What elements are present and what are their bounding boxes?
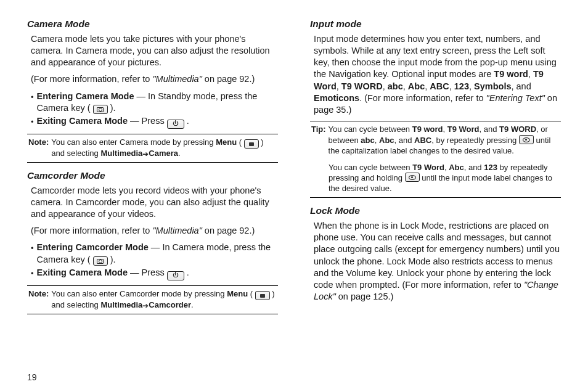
path-part: Camera — [149, 149, 178, 158]
mode: T9 word — [412, 125, 443, 134]
two-column-layout: Camera Mode Camera mode lets you take pi… — [27, 18, 561, 370]
text: , — [449, 81, 454, 91]
bullet-text: Entering Camera Mode — In Standby mode, … — [37, 91, 278, 115]
bullet-label: Entering Camcorder Mode — [37, 242, 149, 252]
menu-word: Menu — [227, 289, 248, 298]
crossref-title: "Multimedia" — [152, 226, 202, 235]
camera-mode-bullets: • Entering Camera Mode — In Standby mode… — [31, 91, 278, 129]
bullet-text: Exiting Camera Mode — Press ⏻ . — [37, 115, 278, 128]
mode: T9 Word — [447, 125, 480, 134]
heading-camera-mode: Camera Mode — [27, 18, 278, 30]
mode: Abc — [449, 163, 464, 172]
text: You can cycle between — [329, 163, 412, 172]
nav-key-icon — [405, 173, 420, 182]
menu-key-icon — [255, 291, 270, 300]
tip-body: You can cycle between T9 word, T9 Word, … — [329, 125, 560, 157]
crossref-title: "Multimedia" — [152, 74, 202, 84]
right-column: Input mode Input mode determines how you… — [310, 18, 561, 370]
bullet-icon: • — [31, 267, 34, 279]
list-item: • Exiting Camera Mode — Press ⏻ . — [31, 115, 278, 128]
list-item: • Entering Camera Mode — In Standby mode… — [31, 91, 278, 115]
bullet-label: Entering Camera Mode — [37, 91, 134, 101]
path-part: Camcorder — [149, 300, 191, 309]
bullet-icon: • — [31, 242, 34, 253]
tip-row: Tip: You can cycle between T9 word, T9 W… — [311, 125, 560, 157]
camera-mode-paragraph: Camera mode lets you take pictures with … — [31, 33, 278, 68]
mode: ABC — [414, 136, 431, 145]
tip-label: Tip: — [311, 125, 326, 157]
text: , — [443, 125, 447, 134]
arrow-icon: ➔ — [142, 301, 149, 311]
bullet-text: Entering Camcorder Mode — In Camera mode… — [37, 242, 278, 266]
text: — Press — [128, 267, 167, 277]
camcorder-mode-paragraph: Camcorder mode lets you record videos wi… — [31, 185, 278, 220]
text: on page 92.) — [202, 226, 255, 235]
menu-key-icon — [244, 139, 259, 149]
text: — Press — [128, 116, 167, 126]
text: ( — [237, 137, 244, 147]
note-body: You can also enter Camcorder mode by pre… — [51, 289, 277, 311]
text: ). — [108, 255, 116, 264]
mode: Abc — [379, 136, 394, 145]
text: , — [469, 81, 474, 91]
mode: ABC — [430, 81, 449, 91]
nav-key-icon — [519, 135, 534, 144]
bullet-label: Exiting Camera Mode — [37, 116, 128, 126]
text: . — [184, 116, 189, 126]
mode: Abc — [408, 81, 425, 91]
text: , and — [394, 136, 415, 145]
end-key-icon: ⏻ — [167, 120, 184, 129]
note-row: Note: You can also enter Camera mode by … — [28, 137, 277, 159]
text: on page 125.) — [336, 292, 394, 301]
heading-lock-mode: Lock Mode — [310, 205, 561, 216]
menu-word: Menu — [216, 137, 237, 147]
input-mode-paragraph: Input mode determines how you enter text… — [314, 33, 561, 116]
bullet-text: Exiting Camera Mode — Press ⏻ . — [37, 267, 278, 280]
crossref-title: "Entering Text" — [486, 93, 545, 103]
text: . — [191, 300, 194, 309]
heading-input-mode: Input mode — [310, 18, 561, 30]
arrow-icon: ➔ — [142, 150, 149, 160]
text: , — [383, 81, 388, 91]
text: , and — [480, 125, 500, 134]
camcorder-mode-crossref: (For more information, refer to "Multime… — [31, 225, 278, 237]
mode: abc — [361, 136, 374, 145]
bullet-label: Exiting Camera Mode — [37, 267, 128, 277]
end-key-icon: ⏻ — [167, 271, 184, 280]
camera-key-icon — [93, 256, 108, 266]
camcorder-mode-bullets: • Entering Camcorder Mode — In Camera mo… — [31, 242, 278, 280]
page-number: 19 — [27, 372, 561, 382]
text: You can cycle between — [329, 125, 412, 134]
path-part: Multimedia — [100, 149, 142, 158]
mode: abc — [388, 81, 403, 91]
text: . (For more information, refer to — [359, 93, 486, 103]
input-mode-tip-box: Tip: You can cycle between T9 word, T9 W… — [310, 121, 561, 198]
page: Camera Mode Camera mode lets you take pi… — [0, 0, 588, 392]
text: (For more information, refer to — [31, 74, 152, 84]
mode: Emoticons — [314, 93, 359, 103]
text: When the phone is in Lock Mode, restrict… — [314, 221, 560, 290]
text: (For more information, refer to — [31, 226, 152, 235]
path-part: Multimedia — [100, 300, 142, 309]
camera-note-box: Note: You can also enter Camera mode by … — [27, 134, 278, 163]
text: You can also enter Camera mode by pressi… — [51, 137, 216, 147]
heading-camcorder-mode: Camcorder Mode — [27, 170, 278, 181]
text: , and — [511, 81, 531, 91]
text: ( — [248, 289, 255, 298]
mode: T9 WORD — [341, 81, 383, 91]
text: on page 92.) — [202, 74, 255, 84]
lock-mode-paragraph: When the phone is in Lock Mode, restrict… — [314, 220, 561, 303]
text: , — [375, 136, 379, 145]
mode: Symbols — [474, 81, 511, 91]
bullet-icon: • — [31, 91, 34, 102]
text: , — [403, 81, 408, 91]
mode: 123 — [484, 163, 497, 172]
bullet-icon: • — [31, 115, 34, 127]
left-column: Camera Mode Camera mode lets you take pi… — [27, 18, 278, 370]
text: , — [528, 69, 533, 79]
text: , — [337, 81, 341, 91]
list-item: • Entering Camcorder Mode — In Camera mo… — [31, 242, 278, 266]
note-row: Note: You can also enter Camcorder mode … — [28, 289, 277, 311]
note-label: Note: — [28, 289, 49, 311]
tip-second-paragraph: You can cycle between T9 Word, Abc, and … — [329, 163, 560, 195]
